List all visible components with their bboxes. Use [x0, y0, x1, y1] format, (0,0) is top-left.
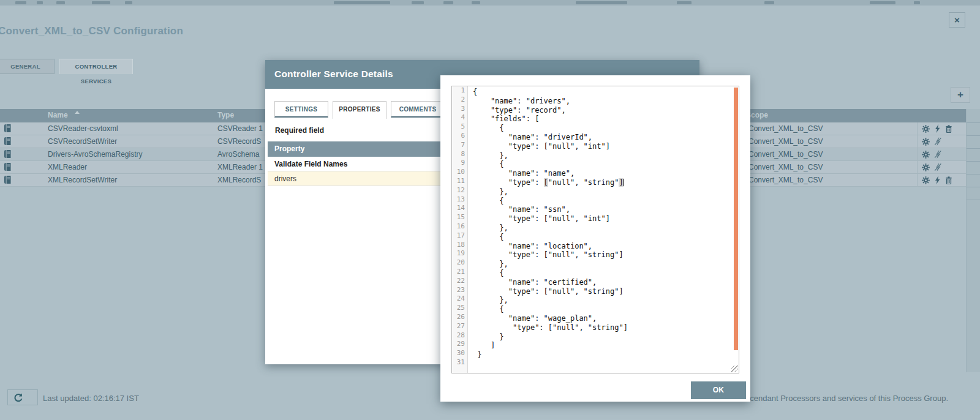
configure-icon[interactable]	[922, 151, 930, 159]
delete-trash-icon[interactable]	[945, 125, 952, 133]
tab-controller-services[interactable]: CONTROLLER SERVICES	[59, 59, 133, 74]
row-line	[967, 122, 980, 123]
toolbar-icon-blur	[15, 1, 26, 4]
code-line: },	[473, 296, 733, 305]
code-line: "type": ["null", "string"]	[473, 250, 733, 260]
configure-icon[interactable]	[922, 125, 930, 133]
service-icon	[4, 163, 11, 173]
service-scope: Convert_XML_to_CSV	[748, 137, 871, 146]
tab-properties[interactable]: PROPERTIES	[333, 101, 386, 119]
resize-handle-icon[interactable]	[731, 366, 738, 372]
tab-general[interactable]: GENERAL	[0, 59, 55, 74]
code-line: "name": "wage_plan",	[473, 314, 733, 323]
disable-lightning-icon[interactable]	[934, 137, 942, 146]
disable-lightning-icon[interactable]	[934, 163, 942, 171]
editor-scrollbar-thumb[interactable]	[734, 88, 738, 350]
code-line: {	[473, 269, 733, 278]
disable-lightning-icon[interactable]	[934, 150, 942, 159]
line-number: 28	[452, 331, 467, 340]
toolbar-icon-blur	[870, 1, 895, 4]
service-icon	[4, 137, 11, 147]
line-number: 29	[452, 340, 467, 349]
property-name-label: Validate Field Names	[268, 157, 347, 168]
column-header-type[interactable]: Type	[217, 111, 234, 119]
toolbar-icon-blur	[914, 1, 920, 4]
code-line: },	[473, 260, 733, 269]
code-line: },	[473, 187, 733, 197]
row-line	[967, 148, 980, 149]
dimmed-toolbar-strip	[0, 0, 980, 6]
service-icon	[4, 150, 11, 160]
toolbar-icon-blur	[125, 1, 132, 4]
line-number: 13	[452, 195, 467, 204]
refresh-icon	[13, 393, 23, 403]
toolbar-icon-blur	[764, 1, 774, 4]
tab-comments[interactable]: COMMENTS	[391, 101, 445, 118]
code-line: },	[473, 151, 733, 160]
toolbar-icon-blur	[472, 1, 480, 4]
code-line: "name": "driverId",	[473, 133, 733, 142]
code-line: },	[473, 223, 733, 233]
code-line: "type": "record",	[473, 106, 733, 115]
tab-settings[interactable]: SETTINGS	[274, 101, 328, 118]
line-number: 16	[452, 222, 467, 231]
line-number: 15	[452, 213, 467, 222]
service-name: Drivers-AvroSchemaRegistry	[48, 150, 210, 159]
toolbar-icon-blur	[412, 1, 424, 4]
line-number: 26	[452, 313, 467, 322]
line-number: 21	[452, 268, 467, 277]
line-number: 25	[452, 304, 467, 313]
service-actions	[917, 135, 966, 148]
toolbar-icon-blur	[576, 1, 627, 4]
service-scope: Convert_XML_to_CSV	[748, 163, 871, 171]
toolbar-icon-blur	[677, 1, 692, 4]
line-number: 20	[452, 258, 467, 268]
line-number: 31	[452, 358, 467, 367]
line-number: 11	[452, 177, 467, 186]
service-actions	[917, 174, 966, 187]
property-value-text: drivers	[268, 171, 296, 183]
line-number: 24	[452, 294, 467, 304]
service-scope: Convert_XML_to_CSV	[748, 150, 871, 159]
enable-lightning-icon[interactable]	[934, 124, 941, 133]
add-service-button[interactable]: +	[951, 87, 970, 103]
schema-code[interactable]: { "name": "drivers", "type": "record", "…	[469, 86, 733, 369]
configure-icon[interactable]	[922, 176, 930, 184]
service-icon	[4, 176, 11, 186]
row-line	[967, 174, 980, 174]
table-scrollbar-gutter[interactable]	[966, 109, 980, 372]
line-number: 19	[452, 249, 467, 258]
line-number: 27	[452, 322, 467, 331]
line-number: 6	[452, 132, 467, 141]
row-line	[967, 135, 980, 136]
delete-trash-icon[interactable]	[945, 176, 952, 184]
service-name: XMLRecordSetWriter	[48, 176, 210, 184]
code-line: "type": ["null", "string"]	[473, 178, 733, 187]
service-book-icon	[4, 176, 11, 184]
code-line: "name": "name",	[473, 169, 733, 178]
matched-bracket-highlight: [	[544, 178, 548, 187]
code-line: }	[473, 350, 733, 359]
configure-icon[interactable]	[922, 138, 930, 146]
row-line	[967, 161, 980, 162]
service-book-icon	[4, 137, 11, 145]
configure-icon[interactable]	[922, 163, 930, 171]
service-scope: Convert_XML_to_CSV	[748, 124, 871, 133]
code-line: "type": ["null", "int"]	[473, 142, 733, 151]
close-icon[interactable]: ×	[949, 12, 965, 28]
line-number: 14	[452, 204, 467, 213]
line-number: 8	[452, 150, 467, 159]
service-name: XMLReader	[48, 163, 210, 171]
toolbar-icon-blur	[443, 1, 453, 4]
column-header-name[interactable]: Name	[48, 111, 68, 119]
code-line: {	[473, 305, 733, 314]
enable-lightning-icon[interactable]	[934, 176, 941, 184]
code-line: {	[473, 197, 733, 206]
schema-text-editor[interactable]: 1234567891011121314151617181920212223242…	[451, 86, 739, 373]
code-line: "type": ["null", "int"]	[473, 214, 733, 223]
refresh-button[interactable]	[7, 389, 38, 405]
service-name: CSVReader-csvtoxml	[48, 124, 210, 133]
row-line	[967, 200, 980, 200]
code-line: }	[473, 332, 733, 342]
ok-button[interactable]: OK	[691, 381, 746, 399]
